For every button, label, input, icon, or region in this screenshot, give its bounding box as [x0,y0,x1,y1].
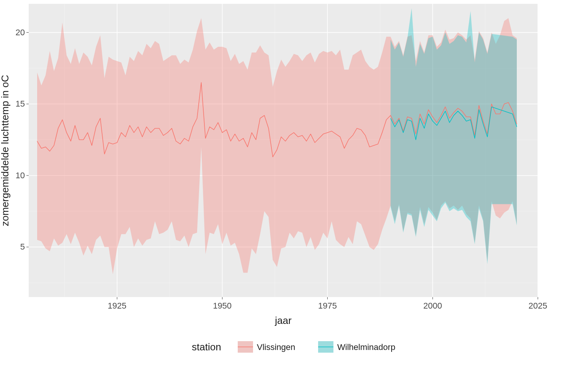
legend-label: Wilhelminadorp [337,342,395,352]
legend-item: Vlissingen [238,341,295,353]
x-tick-label: 2000 [423,301,442,310]
y-axis-title: zomergemiddelde luchttemp in oC [0,75,11,226]
legend-label: Vlissingen [257,342,295,352]
x-tick-label: 1925 [108,301,126,310]
y-tick-label: 15 [16,99,25,108]
y-tick-label: 10 [16,171,25,180]
chart-container: 510152019251950197520002025jaarzomergemi… [0,0,588,368]
x-tick-label: 1950 [213,301,232,310]
legend-title: station [192,341,221,353]
chart-svg: 510152019251950197520002025jaarzomergemi… [0,0,588,368]
y-tick-label: 5 [20,242,25,251]
x-axis-title: jaar [274,315,292,326]
x-tick-label: 1975 [318,301,337,310]
legend-item: Wilhelminadorp [318,341,395,353]
x-tick-label: 2025 [529,301,547,310]
y-tick-label: 20 [16,28,25,37]
